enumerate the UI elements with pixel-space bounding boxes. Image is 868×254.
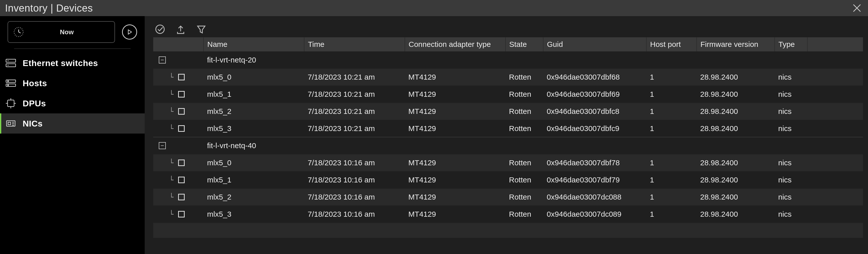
group-name: fit-l-vrt-netq-40 — [204, 137, 304, 154]
cell-type: nics — [775, 206, 807, 223]
group-name: fit-l-vrt-netq-20 — [204, 51, 304, 68]
col-name[interactable]: Name — [204, 37, 304, 51]
cell-conn: MT4129 — [405, 189, 505, 206]
cell-hport: 1 — [646, 68, 697, 86]
cell-type: nics — [775, 103, 807, 120]
row-checkbox[interactable] — [178, 160, 185, 166]
table-row[interactable]: └ mlx5_1 7/18/2023 10:16 am MT4129 Rotte… — [153, 171, 863, 189]
cell-guid: 0x946dae03007dc089 — [543, 206, 646, 223]
cell-time: 7/18/2023 10:16 am — [304, 154, 405, 171]
page-title: Inventory | Devices — [5, 2, 93, 14]
time-selector-row: Now — [0, 21, 145, 48]
cell-conn: MT4129 — [405, 103, 505, 120]
table-row[interactable]: └ mlx5_0 7/18/2023 10:21 am MT4129 Rotte… — [153, 68, 863, 86]
col-guid[interactable]: Guid — [543, 37, 646, 51]
row-checkbox[interactable] — [178, 91, 185, 97]
row-checkbox[interactable] — [178, 125, 185, 132]
cell-fw: 28.98.2400 — [697, 206, 775, 223]
cell-guid: 0x946dae03007dbfc9 — [543, 120, 646, 137]
dpu-icon — [5, 97, 17, 109]
svg-point-20 — [156, 25, 164, 33]
cell-conn: MT4129 — [405, 120, 505, 137]
tree-branch-icon: └ — [169, 73, 174, 81]
content-toolbar — [153, 21, 863, 37]
col-fw[interactable]: Firmware version — [697, 37, 775, 51]
col-spare — [807, 37, 863, 51]
cell-type: nics — [775, 171, 807, 189]
tree-branch-icon: └ — [169, 159, 174, 167]
filter-button[interactable] — [196, 24, 207, 34]
cell-hport: 1 — [646, 86, 697, 103]
cell-conn: MT4129 — [405, 154, 505, 171]
cell-name: mlx5_0 — [204, 154, 304, 171]
sidebar-item-label: Ethernet switches — [23, 58, 98, 68]
row-checkbox[interactable] — [178, 211, 185, 218]
table-group-row[interactable]: − fit-l-vrt-netq-20 — [153, 51, 863, 68]
row-checkbox[interactable] — [178, 194, 185, 200]
col-time[interactable]: Time — [304, 37, 405, 51]
sidebar-item-nics[interactable]: NICs — [0, 113, 145, 134]
cell-state: Rotten — [505, 154, 543, 171]
row-checkbox[interactable] — [178, 74, 185, 80]
sidebar: Now Ethernet switches Hosts — [0, 16, 145, 254]
time-selector[interactable]: Now — [7, 21, 115, 43]
table-row[interactable]: └ mlx5_2 7/18/2023 10:16 am MT4129 Rotte… — [153, 189, 863, 206]
table-row[interactable]: └ mlx5_3 7/18/2023 10:16 am MT4129 Rotte… — [153, 206, 863, 223]
cell-time: 7/18/2023 10:21 am — [304, 68, 405, 86]
tree-branch-icon: └ — [169, 176, 174, 184]
play-button[interactable] — [122, 24, 137, 39]
sidebar-item-label: DPUs — [23, 98, 46, 108]
cell-fw: 28.98.2400 — [697, 86, 775, 103]
cell-guid: 0x946dae03007dbf79 — [543, 171, 646, 189]
nic-icon — [5, 118, 17, 129]
collapse-icon[interactable]: − — [159, 142, 166, 149]
time-selector-label: Now — [24, 28, 110, 36]
sidebar-item-ethernet-switches[interactable]: Ethernet switches — [0, 53, 145, 73]
cell-hport: 1 — [646, 154, 697, 171]
collapse-icon[interactable]: − — [159, 56, 166, 63]
table-row[interactable]: └ mlx5_3 7/18/2023 10:21 am MT4129 Rotte… — [153, 120, 863, 137]
content-pane: Name Time Connection adapter type State … — [145, 16, 868, 254]
table-filler-row — [153, 223, 863, 238]
approve-button[interactable] — [155, 24, 165, 34]
col-hport[interactable]: Host port — [646, 37, 697, 51]
row-checkbox[interactable] — [178, 177, 185, 183]
sidebar-item-label: Hosts — [23, 78, 47, 88]
cell-state: Rotten — [505, 103, 543, 120]
col-expand[interactable] — [153, 37, 204, 51]
cell-name: mlx5_2 — [204, 189, 304, 206]
tree-branch-icon: └ — [169, 124, 174, 133]
table-header-row: Name Time Connection adapter type State … — [153, 37, 863, 51]
table-row[interactable]: └ mlx5_1 7/18/2023 10:21 am MT4129 Rotte… — [153, 86, 863, 103]
cell-name: mlx5_3 — [204, 120, 304, 137]
devices-table: Name Time Connection adapter type State … — [153, 37, 863, 238]
clock-icon — [13, 26, 24, 37]
table-group-row[interactable]: − fit-l-vrt-netq-40 — [153, 137, 863, 154]
sidebar-item-hosts[interactable]: Hosts — [0, 73, 145, 93]
cell-guid: 0x946dae03007dbfc8 — [543, 103, 646, 120]
col-state[interactable]: State — [505, 37, 543, 51]
col-conn[interactable]: Connection adapter type — [405, 37, 505, 51]
svg-rect-3 — [6, 64, 16, 67]
cell-conn: MT4129 — [405, 68, 505, 86]
switch-icon — [5, 57, 17, 69]
svg-point-8 — [7, 81, 8, 82]
cell-fw: 28.98.2400 — [697, 154, 775, 171]
export-button[interactable] — [175, 24, 186, 34]
cell-time: 7/18/2023 10:21 am — [304, 103, 405, 120]
table-row[interactable]: └ mlx5_2 7/18/2023 10:21 am MT4129 Rotte… — [153, 103, 863, 120]
svg-marker-1 — [128, 30, 132, 34]
row-checkbox[interactable] — [178, 108, 185, 115]
devices-table-wrap[interactable]: Name Time Connection adapter type State … — [153, 37, 863, 249]
cell-hport: 1 — [646, 103, 697, 120]
cell-name: mlx5_2 — [204, 103, 304, 120]
cell-state: Rotten — [505, 86, 543, 103]
svg-point-9 — [7, 85, 8, 86]
table-row[interactable]: └ mlx5_0 7/18/2023 10:16 am MT4129 Rotte… — [153, 154, 863, 171]
close-button[interactable] — [851, 2, 863, 14]
cell-hport: 1 — [646, 189, 697, 206]
sidebar-item-dpus[interactable]: DPUs — [0, 93, 145, 113]
col-type[interactable]: Type — [775, 37, 807, 51]
cell-guid: 0x946dae03007dbf78 — [543, 154, 646, 171]
cell-type: nics — [775, 68, 807, 86]
